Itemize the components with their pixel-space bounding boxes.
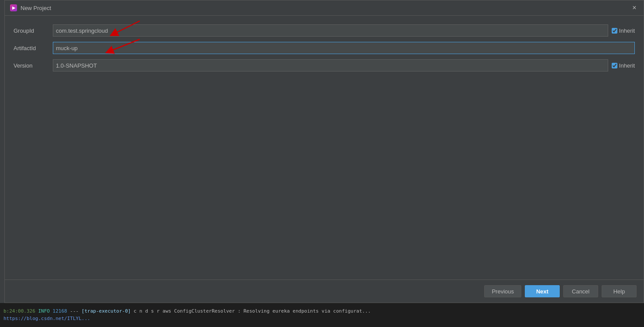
- next-button[interactable]: Next: [525, 285, 560, 297]
- groupid-input[interactable]: [53, 24, 608, 37]
- log-line-2: https://blog.csdn.net/ITLYL...: [3, 315, 641, 323]
- version-inherit[interactable]: Inherit: [612, 62, 635, 69]
- groupid-inherit-label: Inherit: [619, 27, 635, 34]
- dialog-icon: ▶: [10, 4, 17, 11]
- log-dashes: ---: [70, 308, 82, 314]
- log-message: : Resolving eureka endpoints via configu…: [238, 308, 371, 314]
- cancel-button[interactable]: Cancel: [563, 285, 598, 297]
- log-line-1: b:24:00.326 INFO 12168 --- [trap-executo…: [3, 308, 641, 315]
- bottom-log: b:24:00.326 INFO 12168 --- [trap-executo…: [0, 303, 644, 327]
- artifactid-input[interactable]: [53, 42, 635, 54]
- artifactid-input-wrapper: [53, 42, 635, 54]
- groupid-input-wrapper: Inherit: [53, 24, 635, 37]
- dialog-content: GroupId Inherit ArtifactId Version: [5, 16, 644, 279]
- dialog-title-bar: ▶ New Project ×: [5, 0, 644, 16]
- log-executor: [trap-executor-0]: [82, 308, 131, 314]
- version-row: Version Inherit: [14, 59, 635, 72]
- previous-button[interactable]: Previous: [484, 285, 521, 297]
- dialog-footer: Previous Next Cancel Help: [5, 279, 644, 303]
- close-button[interactable]: ×: [630, 4, 638, 12]
- dialog-title: New Project: [21, 5, 51, 11]
- log-timestamp: b:24:00.326: [3, 308, 35, 314]
- version-label: Version: [14, 62, 53, 69]
- version-inherit-checkbox[interactable]: [612, 63, 617, 68]
- version-input[interactable]: [53, 59, 608, 72]
- help-button[interactable]: Help: [602, 285, 637, 297]
- sidebar-strip: [0, 0, 4, 327]
- groupid-row: GroupId Inherit: [14, 24, 635, 37]
- groupid-inherit-checkbox[interactable]: [612, 28, 617, 34]
- log-level: INFO: [38, 308, 52, 314]
- log-class: c n d s r aws ConfigClusterResolver: [134, 308, 238, 314]
- artifactid-label: ArtifactId: [14, 45, 53, 51]
- log-url: https://blog.csdn.net/ITLYL...: [3, 316, 90, 321]
- groupid-label: GroupId: [14, 27, 53, 34]
- log-thread: 12168: [53, 308, 67, 314]
- title-bar-left: ▶ New Project: [10, 4, 51, 11]
- version-input-wrapper: Inherit: [53, 59, 635, 72]
- version-inherit-label: Inherit: [619, 62, 635, 69]
- artifactid-row: ArtifactId: [14, 42, 635, 54]
- groupid-inherit[interactable]: Inherit: [612, 27, 635, 34]
- new-project-dialog: ▶ New Project × GroupId Inherit Artifact…: [4, 0, 644, 303]
